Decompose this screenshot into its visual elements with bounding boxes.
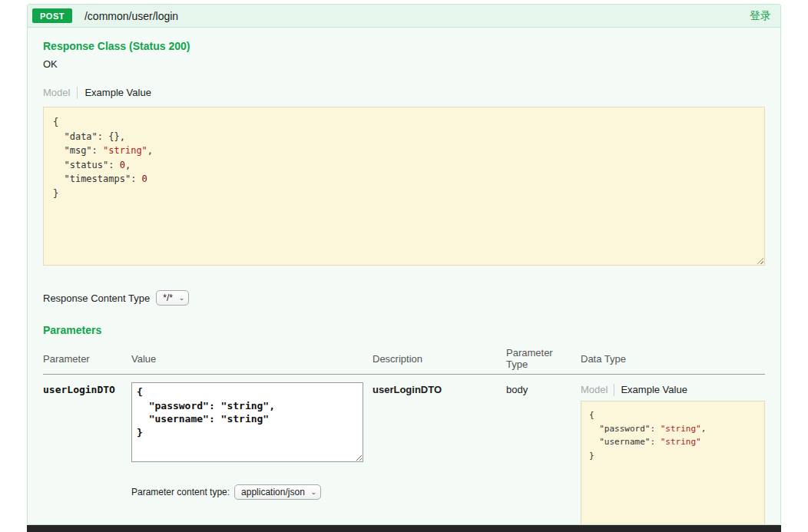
table-row: userLoginDTO { "password": "string", "us… [43, 375, 765, 525]
tab-example-value[interactable]: Example Value [78, 87, 157, 99]
tab-example-value[interactable]: Example Value [614, 384, 693, 396]
parameter-content-type-select-wrap: application/json ⌄ [234, 484, 321, 500]
response-content-type-select-wrap: */* ⌄ [156, 290, 189, 306]
data-type-example-wrap: { "password": "string", "username": "str… [581, 401, 765, 525]
body-textarea-wrap: { "password": "string", "username": "str… [131, 382, 363, 464]
response-example-wrap: { "data": {}, "msg": "string", "status":… [43, 107, 765, 266]
operation-panel: POST /common/user/login 登录 Response Clas… [27, 4, 781, 525]
tab-model[interactable]: Model [43, 87, 78, 99]
http-method-badge: POST [32, 8, 72, 23]
parameter-content-type-row: Parameter content type: application/json… [131, 484, 373, 500]
column-header-data-type: Data Type [581, 353, 765, 365]
parameter-content-type-label: Parameter content type: [131, 487, 230, 497]
response-content-type-row: Response Content Type */* ⌄ [43, 290, 765, 306]
column-header-parameter: Parameter [43, 353, 131, 365]
operation-header: POST /common/user/login 登录 [28, 5, 780, 28]
response-status-text: OK [43, 58, 765, 70]
response-class-heading: Response Class (Status 200) [43, 40, 765, 52]
column-header-value: Value [131, 353, 373, 365]
parameter-value-cell: { "password": "string", "username": "str… [131, 382, 373, 500]
parameter-content-type-select[interactable]: application/json [234, 484, 321, 500]
body-parameter-textarea[interactable]: { "password": "string", "username": "str… [131, 382, 363, 462]
parameters-table: Parameter Value Description Parameter Ty… [43, 347, 765, 525]
parameter-type: body [506, 382, 581, 395]
footer-bar [27, 525, 781, 532]
column-header-description: Description [373, 353, 506, 365]
data-type-cell: Model Example Value { "password": "strin… [581, 382, 765, 525]
auth-login-link[interactable]: 登录 [750, 9, 771, 23]
operation-content: Response Class (Status 200) OK Model Exa… [28, 28, 780, 525]
column-header-parameter-type: Parameter Type [506, 347, 581, 370]
tab-model[interactable]: Model [581, 384, 614, 396]
parameters-table-header: Parameter Value Description Parameter Ty… [43, 347, 765, 375]
parameter-description: userLoginDTO [373, 382, 506, 395]
operation-path-link[interactable]: /common/user/login [84, 10, 178, 22]
response-content-type-label: Response Content Type [43, 292, 150, 304]
response-example-code: { "data": {}, "msg": "string", "status":… [43, 107, 765, 266]
data-type-tabs: Model Example Value [581, 382, 765, 396]
parameter-name: userLoginDTO [43, 382, 131, 395]
response-content-type-select[interactable]: */* [156, 290, 189, 306]
data-type-example-code: { "password": "string", "username": "str… [581, 401, 765, 525]
response-tabs: Model Example Value [43, 87, 765, 99]
parameters-heading: Parameters [43, 324, 765, 336]
